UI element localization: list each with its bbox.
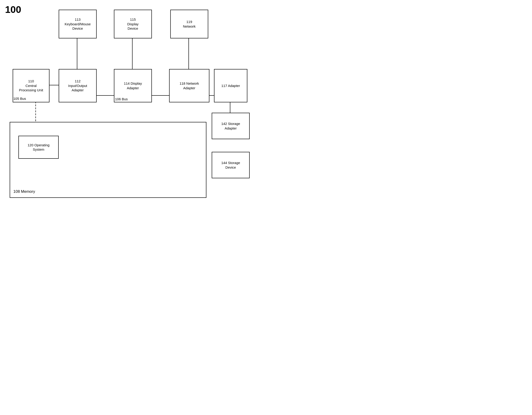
adapter-117-node: 117 Adapter: [214, 69, 247, 102]
bus-105-label: 105 Bus: [13, 97, 26, 101]
storage-adapter-node: 142 Storage Adapter: [212, 113, 250, 139]
bus-106-label: 106 Bus: [115, 97, 128, 101]
io-adapter-node: 112 Input/Output Adapter: [59, 69, 97, 102]
storage-device-node: 144 Storage Device: [212, 152, 250, 178]
display-device-node: 115 Display Device: [114, 10, 152, 38]
operating-system-node: 120 Operating System: [19, 136, 59, 159]
diagram: 100 113 Keyboard/Mou: [0, 0, 266, 208]
memory-node: 108 Memory: [10, 122, 206, 198]
keyboard-mouse-node: 113 Keyboard/Mouse Device: [59, 10, 97, 38]
network-node: 119 Network: [170, 10, 208, 38]
network-adapter-node: 118 Network Adapter: [169, 69, 209, 102]
diagram-title: 100: [5, 4, 21, 15]
